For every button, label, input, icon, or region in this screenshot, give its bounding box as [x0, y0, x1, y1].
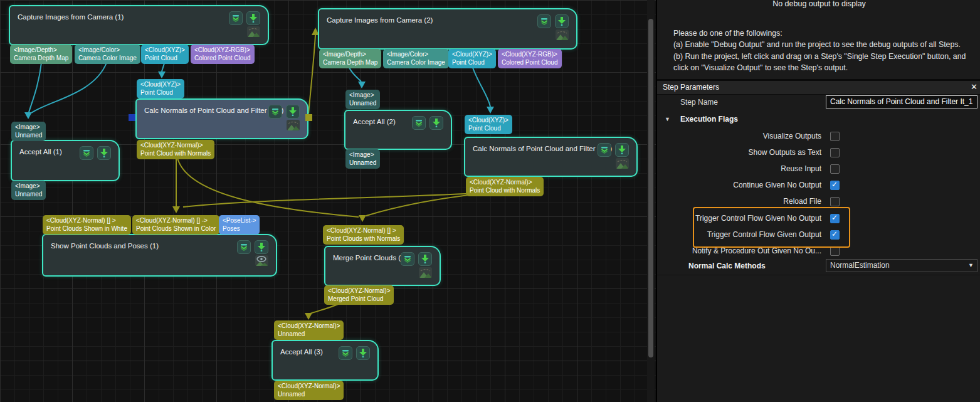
single-step-execution-button[interactable]	[429, 116, 443, 130]
port-type: <Image>	[349, 151, 376, 159]
node-show-point-clouds-poses-1[interactable]: Show Point Clouds and Poses (1)	[42, 234, 277, 277]
execution-flags-header[interactable]: ▼Execution Flags	[665, 115, 738, 124]
port-point-cloud[interactable]: <Cloud(XYZ)> Point Cloud	[141, 45, 189, 64]
port-colored-point-cloud[interactable]: <Cloud(XYZ-RGB)> Colored Point Cloud	[191, 45, 255, 64]
parameters-collapse-button[interactable]	[598, 143, 611, 157]
checkbox-reload-file[interactable]	[830, 197, 840, 206]
parameters-collapse-button[interactable]	[237, 240, 251, 254]
port-image-unnamed-in[interactable]: <Image> Unnamed	[345, 90, 380, 109]
single-step-execution-button[interactable]	[246, 11, 260, 25]
node-capture-images-2[interactable]: Capture Images from Camera (2)	[318, 8, 577, 50]
checkbox-visualize-outputs[interactable]	[830, 132, 840, 141]
port-camera-depth-map[interactable]: <Image/Depth> Camera Depth Map	[319, 49, 381, 68]
checkbox-trigger-cf-output[interactable]	[830, 230, 840, 240]
port-point-cloud-with-normals[interactable]: <Cloud(XYZ-Normal)> Point Cloud with Nor…	[466, 177, 544, 196]
port-label: Unnamed	[15, 131, 42, 139]
double-chevron-down-icon	[540, 18, 549, 25]
port-label: Unnamed	[349, 99, 376, 107]
port-camera-depth-map[interactable]: <Image/Depth> Camera Depth Map	[10, 45, 72, 64]
port-point-cloud[interactable]: <Cloud(XYZ)> Point Cloud	[448, 49, 496, 68]
single-step-execution-button[interactable]	[255, 240, 268, 254]
port-label: Point Cloud	[140, 88, 181, 97]
double-chevron-down-icon	[600, 146, 609, 154]
port-cloud-normal-unnamed-out[interactable]: <Cloud(XYZ-Normal)> Unnamed	[274, 381, 344, 400]
trigger-flags-highlight-box	[693, 207, 850, 248]
debug-empty-title: No debug output to display	[657, 0, 980, 8]
parameters-collapse-button[interactable]	[268, 105, 282, 119]
scrollbar-thumb[interactable]	[648, 19, 653, 357]
single-step-execution-button[interactable]	[286, 105, 300, 119]
port-type: <PoseList->	[223, 216, 256, 225]
double-chevron-down-icon	[231, 14, 240, 22]
control-flow-input-connector[interactable]	[129, 114, 135, 121]
parameters-collapse-button[interactable]	[229, 11, 243, 25]
port-label: Point Cloud with Normals	[470, 186, 540, 194]
node-calc-normals-2[interactable]: Calc Normals of Point Cloud and Filter I…	[464, 137, 638, 177]
port-merged-point-cloud[interactable]: <Cloud(XYZ-Normal)> Merged Point Cloud	[324, 285, 394, 305]
port-image-unnamed-out[interactable]: <Image> Unnamed	[345, 149, 380, 169]
checkbox-continue-given-no-output[interactable]	[830, 181, 840, 190]
parameters-collapse-button[interactable]	[339, 346, 352, 360]
port-label: Camera Color Image	[387, 58, 445, 66]
normal-calc-methods-dropdown[interactable]: NormalEstimation ▼	[826, 259, 977, 272]
single-step-execution-button[interactable]	[356, 346, 370, 360]
port-camera-color-image[interactable]: <Image/Color> Camera Color Image	[75, 45, 140, 64]
parameters-collapse-button[interactable]	[537, 14, 551, 28]
checkbox-trigger-cf-no-output[interactable]	[830, 214, 840, 223]
step-name-input[interactable]: Calc Normals of Point Cloud and Filter I…	[826, 95, 977, 108]
parameters-collapse-button[interactable]	[412, 116, 426, 130]
flag-label-trigger-cf-no-output: Trigger Control Flow Given No Output	[695, 214, 821, 223]
port-camera-color-image[interactable]: <Image/Color> Camera Color Image	[383, 49, 449, 68]
port-colored-point-cloud[interactable]: <Cloud(XYZ-RGB)> Colored Point Cloud	[498, 49, 562, 68]
single-step-execution-button[interactable]	[555, 14, 569, 28]
single-step-execution-button[interactable]	[418, 252, 432, 266]
checkbox-show-outputs-as-text[interactable]	[830, 148, 840, 157]
node-accept-all-3[interactable]: Accept All (3)	[271, 340, 379, 381]
step-down-arrow-icon	[421, 255, 429, 263]
node-accept-all-2[interactable]: Accept All (2)	[344, 110, 452, 150]
flag-label-reuse-input: Reuse Input	[781, 164, 821, 173]
single-step-execution-button[interactable]	[97, 146, 111, 160]
port-cloud-normal-unnamed-in[interactable]: <Cloud(XYZ-Normal)> Unnamed	[274, 320, 344, 340]
step-down-arrow-icon	[100, 149, 108, 157]
node-merge-point-clouds-1[interactable]: Merge Point Clouds (1)	[324, 246, 441, 286]
control-flow-output-connector[interactable]	[305, 114, 312, 121]
port-point-clouds-with-normals[interactable]: <Cloud(XYZ-Normal) [] > Point Clouds wit…	[323, 225, 404, 245]
checkbox-reuse-input[interactable]	[830, 164, 840, 174]
port-point-cloud-input[interactable]: <Cloud(XYZ)> Point Cloud	[465, 115, 512, 134]
panel-divider	[657, 275, 980, 275]
port-point-cloud-input[interactable]: <Cloud(XYZ)> Point Cloud	[137, 79, 184, 98]
port-point-clouds-shown-in-color[interactable]: <Cloud(XYZ-Normal) [] -> Point Clouds Sh…	[132, 215, 219, 235]
single-step-execution-button[interactable]	[615, 143, 629, 157]
node-calc-normals-1[interactable]: Calc Normals of Point Cloud and Filter I…	[135, 98, 308, 139]
step-parameters-title: Step Parameters	[663, 83, 719, 92]
port-point-cloud-with-normals[interactable]: <Cloud(XYZ-Normal)> Point Cloud with Nor…	[137, 140, 214, 159]
graph-vertical-scrollbar[interactable]	[647, 0, 655, 402]
node-capture-images-1[interactable]: Capture Images from Camera (1)	[9, 5, 269, 45]
parameters-collapse-button[interactable]	[401, 252, 414, 266]
port-label: Unnamed	[278, 330, 340, 338]
port-type: <Cloud(XYZ-Normal)>	[278, 382, 340, 390]
port-type: <Image>	[15, 182, 42, 190]
port-type: <Cloud(XYZ-RGB)>	[502, 50, 558, 58]
parameters-collapse-button[interactable]	[80, 146, 93, 160]
port-label: Point Cloud	[145, 54, 185, 62]
port-label: Colored Point Cloud	[194, 54, 251, 62]
node-title: Calc Normals of Point Cloud and Filter I…	[144, 107, 283, 114]
port-type: <Image>	[349, 91, 376, 99]
flag-label-notify-procedure-out: Notify & Procedure Out Given No Ou...	[692, 246, 821, 255]
image-thumbnail-icon	[287, 120, 300, 130]
port-point-clouds-shown-in-white[interactable]: <Cloud(XYZ-Normal) [] > Point Clouds Sho…	[43, 215, 131, 235]
checkbox-notify-procedure-out[interactable]	[830, 246, 840, 256]
port-image-unnamed-out[interactable]: <Image> Unnamed	[11, 181, 46, 200]
double-chevron-down-icon	[82, 149, 91, 157]
port-poses[interactable]: <PoseList-> Poses	[219, 215, 260, 235]
node-accept-all-1[interactable]: Accept All (1)	[11, 140, 120, 181]
flag-label-trigger-cf-output: Trigger Control Flow Given Output	[707, 230, 821, 239]
app-window: Capture Images from Camera (1) <Image/De…	[0, 0, 980, 402]
port-label: Camera Color Image	[78, 54, 137, 62]
node-graph-canvas[interactable]: Capture Images from Camera (1) <Image/De…	[0, 0, 656, 402]
port-label: Merged Point Cloud	[328, 295, 390, 303]
close-icon[interactable]: ✕	[971, 82, 977, 92]
port-image-unnamed-in[interactable]: <Image> Unnamed	[11, 122, 46, 141]
